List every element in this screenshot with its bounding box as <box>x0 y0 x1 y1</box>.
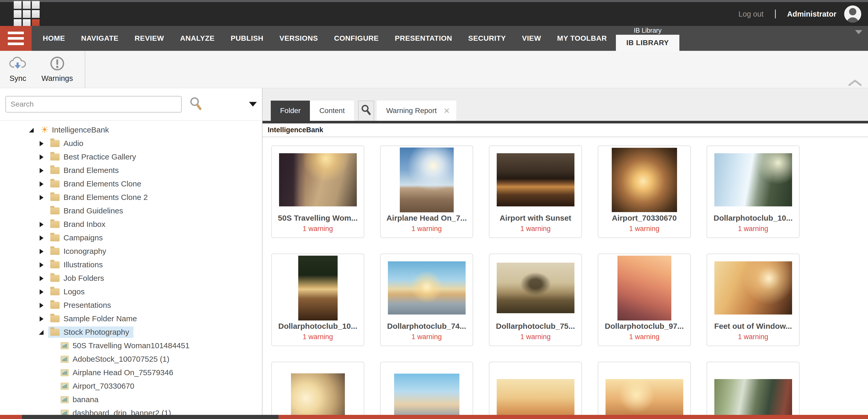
close-icon[interactable]: ✕ <box>443 106 450 115</box>
asset-card-13[interactable] <box>489 362 582 415</box>
tree-item-dashboard-drip-banner2-1[interactable]: dashboard_drip_banner2 (1) <box>0 406 262 415</box>
asset-card-dollarphotoclub-97[interactable]: Dollarphotoclub_97...1 warning <box>598 253 691 346</box>
tabstrip-border <box>262 121 868 123</box>
expand-arrow-icon[interactable] <box>39 316 44 321</box>
menu-item-publish[interactable]: PUBLISH <box>223 26 271 51</box>
asset-card-dollarphotoclub-74[interactable]: Dollarphotoclub_74...1 warning <box>380 253 473 346</box>
ib-library-app: Log out Administrator HOMENAVIGATEREVIEW… <box>0 0 868 419</box>
menu-item-security[interactable]: SECURITY <box>460 26 514 51</box>
tree-item-illustrations[interactable]: Illustrations <box>0 258 262 271</box>
tab-warning-report[interactable]: Warning Report ✕ <box>377 100 456 121</box>
warning-count[interactable]: 1 warning <box>411 333 442 341</box>
menu-item-home[interactable]: HOME <box>35 26 73 51</box>
expand-arrow-icon[interactable] <box>39 303 44 308</box>
user-avatar[interactable] <box>844 5 861 23</box>
asset-card-airport-70330670[interactable]: Airport_703306701 warning <box>598 146 691 238</box>
collapse-arrow-icon[interactable] <box>29 127 34 132</box>
tree-item-50s-travelling-woman101484451[interactable]: 50S Travelling Woman101484451 <box>0 339 262 352</box>
warning-count[interactable]: 1 warning <box>303 333 333 341</box>
menu-item-view[interactable]: VIEW <box>514 26 549 51</box>
tree-item-campaigns[interactable]: Campaigns <box>0 231 262 244</box>
tree-item-airport-70330670[interactable]: Airport_70330670 <box>0 379 262 393</box>
warnings-button[interactable]: Warnings <box>34 51 80 88</box>
horizontal-scrollbar-thumb[interactable] <box>22 415 279 419</box>
tree-item-audio[interactable]: Audio <box>0 137 262 150</box>
expand-arrow-icon[interactable] <box>39 249 44 254</box>
tree-item-sample-folder-name[interactable]: Sample Folder Name <box>0 312 262 325</box>
menu-item-presentation[interactable]: PRESENTATION <box>387 26 460 51</box>
menu-item-review[interactable]: REVIEW <box>127 26 172 51</box>
tree-item-brand-inbox[interactable]: Brand Inbox <box>0 217 262 231</box>
tree-item-airplane-head-on-75579346[interactable]: Airplane Head On_75579346 <box>0 366 262 379</box>
warning-count[interactable]: 1 warning <box>738 333 768 341</box>
tree-item-logos[interactable]: Logos <box>0 285 262 298</box>
breadcrumb[interactable]: IntelligenceBank <box>268 126 323 134</box>
tree-item-brand-elements-clone-2[interactable]: Brand Elements Clone 2 <box>0 190 262 204</box>
folder-icon <box>50 234 60 241</box>
tab-content[interactable]: Content <box>310 100 354 121</box>
asset-card-50s-travelling-wom[interactable]: 50S Travelling Wom...1 warning <box>271 146 364 238</box>
expand-arrow-icon[interactable] <box>39 222 44 227</box>
sidebar-search-row <box>0 88 262 121</box>
menu-item-configure[interactable]: CONFIGURE <box>326 26 387 51</box>
tree-item-stock-photography[interactable]: Stock Photography <box>0 325 262 339</box>
tree-item-brand-guidelines[interactable]: Brand Guidelines <box>0 204 262 217</box>
expand-arrow-icon[interactable] <box>39 168 44 173</box>
logout-link[interactable]: Log out <box>739 10 764 19</box>
menu-item-ib-library[interactable]: IB LIBRARY <box>616 35 679 51</box>
tree-item-intelligencebank[interactable]: ☀IntelligenceBank <box>0 123 262 137</box>
search-input[interactable] <box>5 96 182 113</box>
tree-item-brand-elements[interactable]: Brand Elements <box>0 163 262 177</box>
asset-card-15[interactable] <box>707 362 800 415</box>
menu-item-analyze[interactable]: ANALYZE <box>172 26 223 51</box>
tree-item-label: Best Practice Gallery <box>63 152 136 161</box>
warning-count[interactable]: 1 warning <box>629 225 659 233</box>
expand-arrow-icon[interactable] <box>39 141 44 146</box>
tree-item-iconography[interactable]: Iconography <box>0 244 262 258</box>
asset-card-11[interactable] <box>271 362 364 415</box>
menubar-caret-down-icon[interactable] <box>855 30 862 34</box>
warning-count[interactable]: 1 warning <box>303 225 333 233</box>
expand-arrow-icon[interactable] <box>39 235 44 240</box>
expand-arrow-icon[interactable] <box>39 154 44 159</box>
warning-count[interactable]: 1 warning <box>629 333 659 341</box>
asset-card-airport-with-sunset[interactable]: Airport with Sunset1 warning <box>489 146 582 238</box>
warning-count[interactable]: 1 warning <box>738 225 768 233</box>
menu-item-my-toolbar[interactable]: MY TOOLBAR <box>549 26 615 51</box>
asset-card-dollarphotoclub-75[interactable]: Dollarphotoclub_75...1 warning <box>489 253 582 346</box>
collapse-ribbon-chevron-icon[interactable] <box>848 79 862 87</box>
warning-count[interactable]: 1 warning <box>520 225 551 233</box>
collapse-arrow-icon[interactable] <box>39 330 44 335</box>
user-name[interactable]: Administrator <box>787 10 836 19</box>
menu-item-versions[interactable]: VERSIONS <box>272 26 326 51</box>
tree-item-brand-elements-clone[interactable]: Brand Elements Clone <box>0 177 262 190</box>
asset-card-12[interactable] <box>380 362 473 415</box>
tree-item-adobestock-100707525-1[interactable]: AdobeStock_100707525 (1) <box>0 352 262 366</box>
asset-card-airplane-head-on-7[interactable]: Airplane Head On_7...1 warning <box>380 146 473 238</box>
tree-item-best-practice-gallery[interactable]: Best Practice Gallery <box>0 150 262 163</box>
warning-count[interactable]: 1 warning <box>411 225 442 233</box>
expand-arrow-icon[interactable] <box>39 181 44 186</box>
expand-arrow-icon[interactable] <box>39 195 44 200</box>
warning-count[interactable]: 1 warning <box>520 333 551 341</box>
asset-card-feet-out-of-window[interactable]: Feet out of Window...1 warning <box>707 253 800 346</box>
tree-item-presentations[interactable]: Presentations <box>0 298 262 312</box>
image-file-icon <box>61 396 69 403</box>
search-options-caret-icon[interactable] <box>249 102 257 107</box>
asset-card-dollarphotoclub-10[interactable]: Dollarphotoclub_10...1 warning <box>707 146 800 238</box>
expand-arrow-icon[interactable] <box>39 289 44 294</box>
feet-window-thumbnail <box>714 261 792 315</box>
intelligencebank-logo[interactable] <box>14 1 40 27</box>
tab-search[interactable] <box>358 100 374 121</box>
search-icon[interactable] <box>189 96 203 112</box>
hamburger-menu-icon[interactable] <box>0 26 32 51</box>
expand-arrow-icon[interactable] <box>39 276 44 281</box>
tree-item-banana[interactable]: banana <box>0 393 262 406</box>
menu-item-navigate[interactable]: NAVIGATE <box>73 26 127 51</box>
asset-card-14[interactable] <box>598 362 691 415</box>
tree-item-job-folders[interactable]: Job Folders <box>0 271 262 285</box>
expand-arrow-icon[interactable] <box>39 262 44 267</box>
tab-folder[interactable]: Folder <box>271 100 310 121</box>
sync-button[interactable]: Sync <box>0 51 34 88</box>
asset-card-dollarphotoclub-10[interactable]: Dollarphotoclub_10...1 warning <box>271 253 364 346</box>
